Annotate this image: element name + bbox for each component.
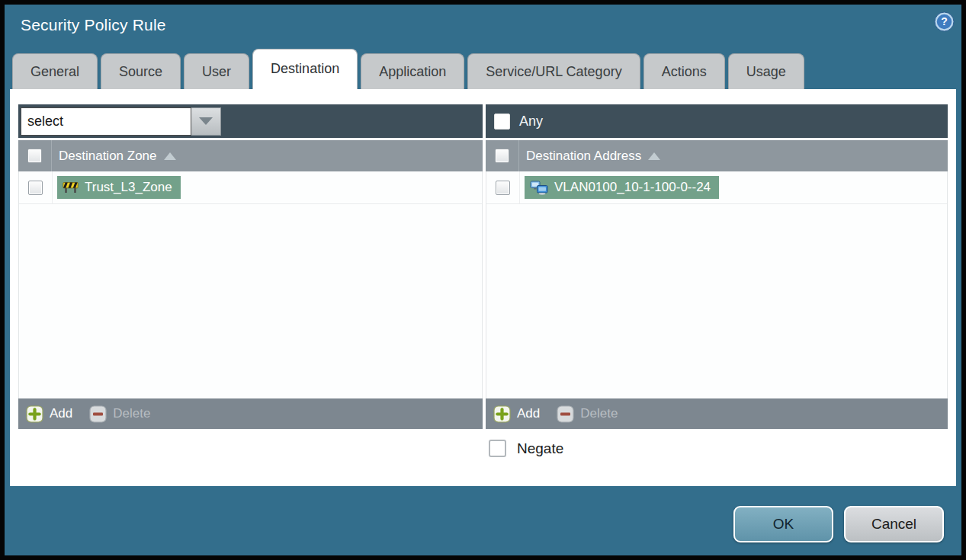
destination-zone-panel: Destination Zone: [18, 104, 483, 429]
network-icon: [530, 181, 548, 195]
negate-checkbox[interactable]: [489, 440, 506, 457]
tab-service-url-category[interactable]: Service/URL Category: [467, 53, 640, 89]
zone-table-header: Destination Zone: [18, 140, 483, 171]
tab-actions[interactable]: Actions: [643, 53, 725, 89]
address-panel-toolbar: Any: [486, 104, 948, 138]
zone-icon: [63, 181, 79, 194]
cancel-button[interactable]: Cancel: [844, 506, 944, 542]
zone-column-header-label: Destination Zone: [59, 149, 157, 164]
sort-ascending-icon: [648, 152, 660, 160]
any-label: Any: [519, 114, 543, 130]
zone-select-combobox[interactable]: [21, 107, 221, 136]
tab-application[interactable]: Application: [361, 53, 464, 89]
zone-select-dropdown-button[interactable]: [191, 107, 221, 136]
zone-panel-toolbar: [18, 104, 483, 138]
destination-tab-content: Destination Zone: [10, 89, 956, 486]
negate-label: Negate: [517, 440, 563, 457]
tab-user[interactable]: User: [184, 53, 249, 89]
zone-table-body: Trust_L3_Zone: [18, 171, 483, 398]
chevron-down-icon: [199, 117, 213, 125]
address-panel-footer: Add Delete: [486, 398, 948, 429]
zone-row-checkbox[interactable]: [28, 181, 43, 195]
delete-icon: [557, 405, 574, 423]
address-row-checkbox[interactable]: [496, 181, 510, 195]
tab-source[interactable]: Source: [101, 53, 181, 89]
help-icon[interactable]: ?: [934, 11, 955, 32]
address-table-body: VLAN0100_10-1-100-0--24: [486, 171, 948, 398]
address-select-all-checkbox[interactable]: [495, 149, 509, 163]
address-add-button[interactable]: Add: [493, 405, 540, 423]
address-table-header: Destination Address: [486, 140, 948, 171]
address-column-header-label: Destination Address: [526, 149, 641, 164]
zone-column-header[interactable]: Destination Zone: [52, 149, 176, 164]
svg-text:?: ?: [941, 15, 948, 27]
address-value-chip[interactable]: VLAN0100_10-1-100-0--24: [525, 176, 719, 199]
any-checkbox[interactable]: [494, 114, 510, 130]
security-policy-rule-dialog: Security Policy Rule ? General Source Us…: [5, 5, 961, 555]
zone-header-checkbox-cell: [18, 140, 52, 171]
zone-panel-footer: Add Delete: [18, 398, 483, 429]
tab-general[interactable]: General: [12, 53, 98, 89]
tab-usage[interactable]: Usage: [728, 53, 804, 89]
sort-ascending-icon: [164, 152, 176, 160]
zone-add-button[interactable]: Add: [26, 405, 72, 423]
address-header-checkbox-cell: [486, 140, 519, 171]
any-option: Any: [488, 114, 543, 130]
zone-select-all-checkbox[interactable]: [27, 149, 42, 163]
address-row-label: VLAN0100_10-1-100-0--24: [554, 180, 711, 195]
zone-delete-button[interactable]: Delete: [89, 405, 150, 423]
zone-value-chip[interactable]: Trust_L3_Zone: [57, 176, 181, 199]
ok-button[interactable]: OK: [733, 506, 833, 542]
zone-row-label: Trust_L3_Zone: [85, 180, 172, 195]
add-icon: [26, 405, 43, 423]
tab-destination[interactable]: Destination: [252, 49, 358, 89]
address-row-checkbox-cell: [486, 171, 520, 203]
address-delete-label: Delete: [580, 406, 618, 421]
add-icon: [493, 405, 511, 423]
zone-select-input[interactable]: [21, 107, 191, 136]
negate-option: Negate: [489, 440, 563, 457]
zone-row-checkbox-cell: [19, 171, 53, 203]
zone-delete-label: Delete: [113, 406, 150, 421]
address-table-row[interactable]: VLAN0100_10-1-100-0--24: [486, 171, 947, 204]
dialog-title: Security Policy Rule: [21, 16, 166, 34]
address-column-header[interactable]: Destination Address: [519, 149, 660, 164]
delete-icon: [89, 405, 107, 423]
address-delete-button[interactable]: Delete: [557, 405, 618, 423]
address-add-label: Add: [517, 406, 540, 421]
zone-table-row[interactable]: Trust_L3_Zone: [19, 171, 482, 204]
zone-add-label: Add: [50, 406, 72, 421]
dialog-titlebar: Security Policy Rule ?: [5, 5, 961, 49]
destination-address-panel: Any Destination Address: [486, 104, 948, 429]
tab-bar: General Source User Destination Applicat…: [12, 49, 804, 89]
